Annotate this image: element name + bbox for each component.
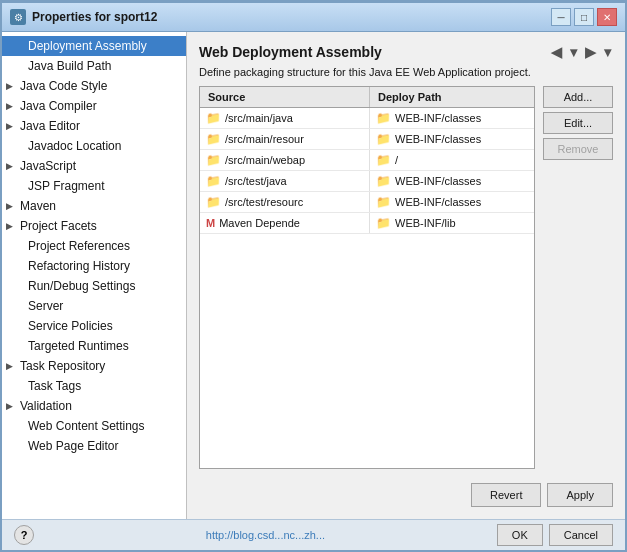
arrow-icon: ▶ [6, 201, 16, 211]
apply-button[interactable]: Apply [547, 483, 613, 507]
deploy-cell: 📁 WEB-INF/lib [370, 213, 534, 233]
sidebar-item-validation[interactable]: ▶ Validation [2, 396, 186, 416]
forward-button[interactable]: ▶ [583, 44, 598, 60]
sidebar-item-targeted-runtimes[interactable]: Targeted Runtimes [2, 336, 186, 356]
folder-icon: 📁 [206, 111, 221, 125]
window-icon: ⚙ [10, 9, 26, 25]
ok-button[interactable]: OK [497, 524, 543, 546]
sidebar-item-server[interactable]: Server [2, 296, 186, 316]
panel-title: Web Deployment Assembly [199, 44, 382, 60]
source-cell: 📁 /src/main/java [200, 108, 370, 128]
folder-icon: 📁 [376, 195, 391, 209]
title-bar: ⚙ Properties for sport12 ─ □ ✕ [2, 3, 625, 32]
sidebar-item-task-repository[interactable]: ▶ Task Repository [2, 356, 186, 376]
maven-icon: M [206, 217, 215, 229]
cancel-button[interactable]: Cancel [549, 524, 613, 546]
back-button[interactable]: ◀ [549, 44, 564, 60]
title-controls: ─ □ ✕ [551, 8, 617, 26]
folder-icon: 📁 [206, 132, 221, 146]
sidebar-item-java-compiler[interactable]: ▶ Java Compiler [2, 96, 186, 116]
properties-window: ⚙ Properties for sport12 ─ □ ✕ Deploymen… [0, 0, 627, 552]
panel-nav: ◀ ▾ ▶ ▾ [549, 44, 613, 60]
table-body: 📁 /src/main/java 📁 WEB-INF/classes 📁 [200, 108, 534, 468]
sidebar-item-java-editor[interactable]: ▶ Java Editor [2, 116, 186, 136]
source-cell: M Maven Depende [200, 213, 370, 233]
arrow-icon: ▶ [6, 81, 16, 91]
table-row[interactable]: 📁 /src/test/java 📁 WEB-INF/classes [200, 171, 534, 192]
maximize-button[interactable]: □ [574, 8, 594, 26]
sidebar-item-refactoring-history[interactable]: Refactoring History [2, 256, 186, 276]
sidebar-item-run-debug-settings[interactable]: Run/Debug Settings [2, 276, 186, 296]
sidebar-item-deployment-assembly[interactable]: Deployment Assembly [2, 36, 186, 56]
sidebar-item-task-tags[interactable]: Task Tags [2, 376, 186, 396]
source-cell: 📁 /src/main/resour [200, 129, 370, 149]
table-row[interactable]: 📁 /src/main/java 📁 WEB-INF/classes [200, 108, 534, 129]
folder-icon: 📁 [206, 195, 221, 209]
folder-icon: 📁 [376, 216, 391, 230]
arrow-icon: ▶ [6, 121, 16, 131]
footer-watermark: http://blog.csd...nc...zh... [206, 529, 325, 541]
arrow-icon: ▶ [6, 361, 16, 371]
folder-icon: 📁 [206, 153, 221, 167]
help-button[interactable]: ? [14, 525, 34, 545]
nav-separator: ▾ [568, 44, 579, 60]
source-cell: 📁 /src/test/java [200, 171, 370, 191]
panel-title-bar: Web Deployment Assembly ◀ ▾ ▶ ▾ [199, 44, 613, 60]
right-panel: Web Deployment Assembly ◀ ▾ ▶ ▾ Define p… [187, 32, 625, 519]
deploy-cell: 📁 WEB-INF/classes [370, 108, 534, 128]
sidebar-item-jsp-fragment[interactable]: JSP Fragment [2, 176, 186, 196]
deploy-path-column-header: Deploy Path [370, 87, 534, 107]
arrow-icon: ▶ [6, 101, 16, 111]
folder-icon: 📁 [376, 132, 391, 146]
deploy-cell: 📁 WEB-INF/classes [370, 129, 534, 149]
title-bar-left: ⚙ Properties for sport12 [10, 9, 157, 25]
action-buttons: Add... Edit... Remove [543, 86, 613, 469]
panel-description: Define packaging structure for this Java… [199, 66, 613, 78]
arrow-icon: ▶ [6, 401, 16, 411]
main-content: Deployment Assembly Java Build Path ▶ Ja… [2, 32, 625, 519]
sidebar-item-maven[interactable]: ▶ Maven [2, 196, 186, 216]
deployment-table: Source Deploy Path 📁 /src/main/java 📁 WE… [199, 86, 535, 469]
folder-icon: 📁 [376, 111, 391, 125]
footer-left: ? [14, 525, 34, 545]
footer-right: OK Cancel [497, 524, 613, 546]
remove-button[interactable]: Remove [543, 138, 613, 160]
sidebar-item-javascript[interactable]: ▶ JavaScript [2, 156, 186, 176]
folder-icon: 📁 [376, 153, 391, 167]
edit-button[interactable]: Edit... [543, 112, 613, 134]
sidebar-item-java-build-path[interactable]: Java Build Path [2, 56, 186, 76]
table-row[interactable]: 📁 /src/main/webap 📁 / [200, 150, 534, 171]
folder-icon: 📁 [376, 174, 391, 188]
sidebar-item-java-code-style[interactable]: ▶ Java Code Style [2, 76, 186, 96]
source-cell: 📁 /src/main/webap [200, 150, 370, 170]
table-header: Source Deploy Path [200, 87, 534, 108]
table-row[interactable]: M Maven Depende 📁 WEB-INF/lib [200, 213, 534, 234]
arrow-icon: ▶ [6, 161, 16, 171]
source-column-header: Source [200, 87, 370, 107]
add-button[interactable]: Add... [543, 86, 613, 108]
deploy-cell: 📁 / [370, 150, 534, 170]
table-area: Source Deploy Path 📁 /src/main/java 📁 WE… [199, 86, 613, 469]
nav-dropdown[interactable]: ▾ [602, 44, 613, 60]
source-cell: 📁 /src/test/resourc [200, 192, 370, 212]
window-title: Properties for sport12 [32, 10, 157, 24]
sidebar-item-javadoc-location[interactable]: Javadoc Location [2, 136, 186, 156]
table-row[interactable]: 📁 /src/main/resour 📁 WEB-INF/classes [200, 129, 534, 150]
minimize-button[interactable]: ─ [551, 8, 571, 26]
sidebar-item-project-references[interactable]: Project References [2, 236, 186, 256]
arrow-icon: ▶ [6, 221, 16, 231]
deploy-cell: 📁 WEB-INF/classes [370, 192, 534, 212]
footer: ? http://blog.csd...nc...zh... OK Cancel [2, 519, 625, 550]
sidebar-item-service-policies[interactable]: Service Policies [2, 316, 186, 336]
table-row[interactable]: 📁 /src/test/resourc 📁 WEB-INF/classes [200, 192, 534, 213]
bottom-buttons: Revert Apply [199, 475, 613, 507]
sidebar: Deployment Assembly Java Build Path ▶ Ja… [2, 32, 187, 519]
close-button[interactable]: ✕ [597, 8, 617, 26]
sidebar-item-project-facets[interactable]: ▶ Project Facets [2, 216, 186, 236]
folder-icon: 📁 [206, 174, 221, 188]
deploy-cell: 📁 WEB-INF/classes [370, 171, 534, 191]
sidebar-item-web-page-editor[interactable]: Web Page Editor [2, 436, 186, 456]
revert-button[interactable]: Revert [471, 483, 541, 507]
sidebar-item-web-content-settings[interactable]: Web Content Settings [2, 416, 186, 436]
